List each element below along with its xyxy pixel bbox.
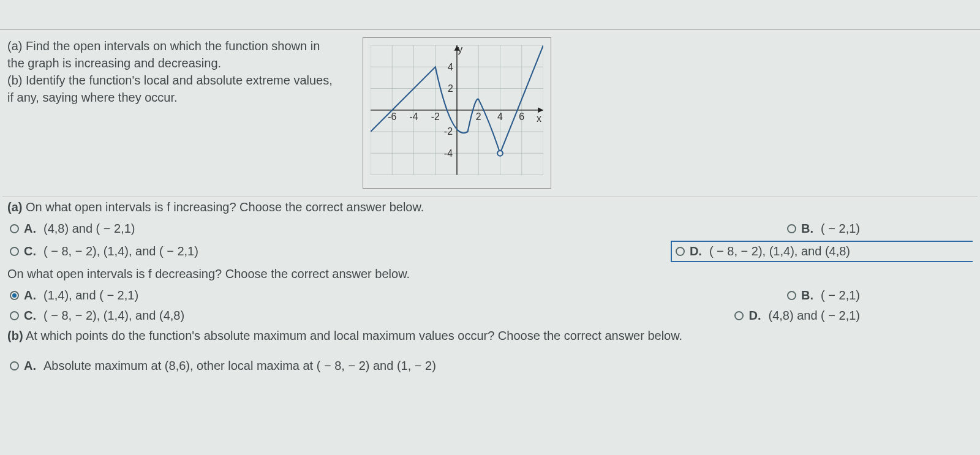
part-b-text: (b) Identify the function's local and ab…	[7, 73, 333, 104]
q3-label: (b)	[7, 329, 23, 342]
q2-row2: C. ( − 8, − 2), (1,4), and (4,8) D. (4,8…	[2, 305, 978, 325]
svg-text:-2: -2	[431, 111, 440, 122]
radio-icon	[734, 311, 744, 320]
q2-option-b[interactable]: B. ( − 2,1)	[785, 287, 862, 304]
q2-a-text: (1,4), and ( − 2,1)	[43, 288, 138, 303]
question-content: (a) Find the open intervals on which the…	[0, 29, 980, 380]
problem-header-row: (a) Find the open intervals on which the…	[2, 35, 978, 196]
q1-option-d[interactable]: D. ( − 8, − 2), (1,4), and (4,8)	[671, 241, 973, 262]
q2-d-letter: D.	[748, 309, 761, 323]
q2-d-text: (4,8) and ( − 2,1)	[768, 309, 860, 323]
q1-prompt-row: (a) On what open intervals is f increasi…	[2, 196, 978, 218]
q3-a-text: Absolute maximum at (8,6), other local m…	[43, 359, 436, 373]
q1-a-letter: A.	[24, 222, 36, 236]
radio-icon-selected	[10, 291, 19, 300]
radio-icon	[676, 247, 685, 256]
q1-option-c[interactable]: C. ( − 8, − 2), (1,4), and ( − 2,1)	[7, 241, 201, 262]
problem-statement: (a) Find the open intervals on which the…	[7, 37, 338, 106]
q1-prompt: On what open intervals is f increasing? …	[22, 200, 424, 214]
q2-b-text: ( − 2,1)	[821, 288, 860, 303]
q3-prompt-row: (b) At which points do the function's ab…	[2, 325, 978, 347]
svg-text:y: y	[458, 45, 462, 55]
q2-option-d[interactable]: D. (4,8) and ( − 2,1)	[732, 307, 862, 324]
svg-text:2: 2	[448, 83, 453, 94]
q1-a-text: (4,8) and ( − 2,1)	[43, 222, 135, 236]
q1-b-text: ( − 2,1)	[821, 222, 860, 236]
radio-icon	[10, 311, 19, 320]
q2-option-a[interactable]: A. (1,4), and ( − 2,1)	[7, 287, 141, 304]
svg-marker-18	[538, 107, 543, 113]
svg-text:-4: -4	[409, 111, 418, 122]
q2-option-c[interactable]: C. ( − 8, − 2), (1,4), and (4,8)	[7, 307, 187, 324]
q3-a-letter: A.	[24, 359, 36, 373]
q2-a-letter: A.	[24, 288, 36, 303]
q1-b-letter: B.	[801, 222, 813, 236]
q1-c-text: ( − 8, − 2), (1,4), and ( − 2,1)	[43, 244, 198, 258]
q2-prompt-row: On what open intervals is f decreasing? …	[2, 263, 978, 285]
part-a-text: (a) Find the open intervals on which the…	[7, 39, 320, 70]
q3-option-a[interactable]: A. Absolute maximum at (8,6), other loca…	[7, 358, 439, 374]
q1-row1: A. (4,8) and ( − 2,1) B. ( − 2,1)	[2, 218, 978, 238]
q1-d-letter: D.	[690, 244, 702, 258]
graph-svg: -6 -4 -2 2 4 6 4 2 -2 -4 y x	[371, 45, 543, 175]
q2-b-letter: B.	[801, 288, 813, 303]
q3-prompt: At which points do the function's absolu…	[23, 329, 683, 342]
svg-text:4: 4	[448, 62, 453, 72]
q2-prompt: On what open intervals is f decreasing? …	[7, 267, 410, 280]
svg-text:-6: -6	[388, 111, 396, 122]
radio-icon	[10, 224, 19, 233]
q2-c-letter: C.	[24, 309, 36, 323]
q1-row2: C. ( − 8, − 2), (1,4), and ( − 2,1) D. (…	[2, 238, 978, 263]
q3-row1: A. Absolute maximum at (8,6), other loca…	[2, 355, 978, 375]
svg-text:-2: -2	[444, 126, 453, 137]
radio-icon	[787, 291, 796, 300]
function-graph: -6 -4 -2 2 4 6 4 2 -2 -4 y x	[363, 37, 551, 189]
q1-c-letter: C.	[24, 244, 36, 258]
q2-c-text: ( − 8, − 2), (1,4), and (4,8)	[43, 309, 184, 323]
q1-label: (a)	[7, 200, 22, 214]
svg-point-20	[497, 151, 503, 156]
radio-icon	[787, 224, 796, 233]
svg-text:-4: -4	[444, 148, 453, 159]
radio-icon	[10, 361, 19, 370]
q1-option-b[interactable]: B. ( − 2,1)	[785, 220, 862, 237]
svg-text:x: x	[537, 113, 541, 124]
svg-text:2: 2	[476, 111, 481, 122]
q2-row1: A. (1,4), and ( − 2,1) B. ( − 2,1)	[2, 285, 978, 305]
graph-container: -6 -4 -2 2 4 6 4 2 -2 -4 y x	[363, 37, 551, 189]
svg-text:4: 4	[497, 111, 503, 122]
q1-option-a[interactable]: A. (4,8) and ( − 2,1)	[7, 220, 138, 237]
radio-icon	[10, 247, 19, 256]
svg-text:6: 6	[519, 111, 524, 122]
q1-d-text: ( − 8, − 2), (1,4), and (4,8)	[709, 244, 850, 258]
